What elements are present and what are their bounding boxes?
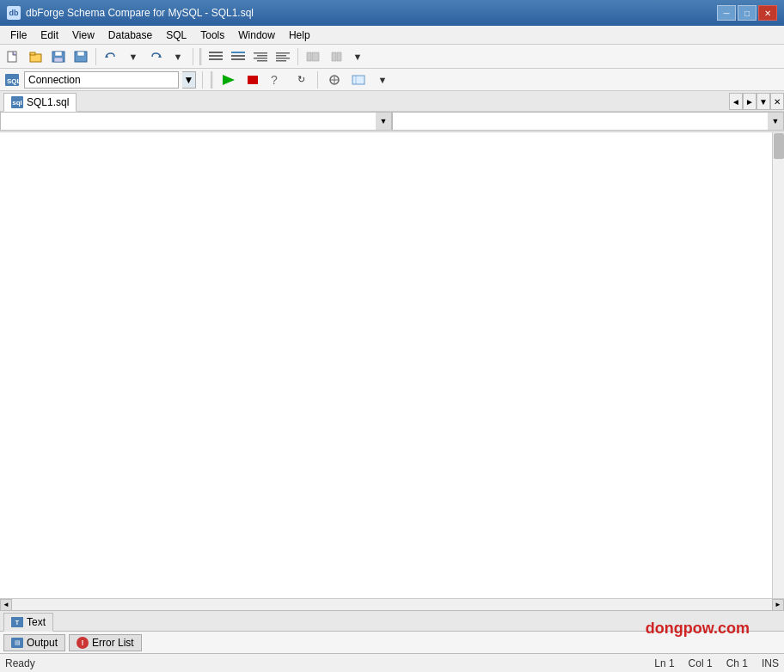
scroll-left-button[interactable]: ◄ (0, 599, 12, 611)
open-button[interactable] (26, 47, 46, 66)
svg-rect-21 (276, 55, 286, 57)
text-tab-icon: T (11, 617, 23, 627)
vertical-scrollbar[interactable] (772, 132, 784, 598)
output-tab[interactable]: ▤ Output (3, 634, 65, 651)
editor-body (0, 132, 784, 598)
svg-rect-31 (248, 76, 258, 84)
sql-icon: sql (11, 96, 23, 108)
left-dropdown-arrow[interactable]: ▼ (376, 113, 391, 130)
output-icon: ▤ (11, 638, 23, 648)
minimize-button[interactable]: ─ (717, 5, 736, 21)
save-dropdown-button[interactable] (48, 47, 69, 66)
redo-button[interactable] (145, 47, 166, 66)
scroll-right-button[interactable]: ► (772, 599, 784, 611)
app-icon: db (7, 6, 21, 20)
toolbar-indent[interactable] (250, 47, 271, 66)
menu-window[interactable]: Window (231, 26, 282, 44)
save-button[interactable] (70, 47, 91, 66)
refresh-button[interactable]: ↻ (291, 70, 311, 89)
menu-help[interactable]: Help (282, 26, 317, 44)
toolbar-outdent[interactable] (273, 47, 293, 66)
window-title: dbForge Schema Compare for MySQL - SQL1.… (26, 7, 254, 19)
status-bar: Ready Ln 1 Col 1 Ch 1 INS (0, 653, 784, 672)
connection-dropdown-arrow[interactable]: ▼ (182, 71, 196, 89)
svg-text:SQL: SQL (7, 77, 20, 85)
redo-dropdown-button[interactable]: ▼ (168, 47, 188, 66)
close-button[interactable]: ✕ (758, 5, 777, 21)
svg-rect-18 (254, 58, 267, 59)
tab-next-button[interactable]: ► (743, 93, 756, 110)
editor-dropdowns: ▼ ▼ (0, 112, 784, 132)
maximize-button[interactable]: □ (738, 5, 756, 21)
svg-rect-2 (30, 52, 35, 55)
right-dropdown-arrow[interactable]: ▼ (768, 113, 783, 130)
toolbar-right-align[interactable] (325, 47, 346, 66)
svg-rect-4 (55, 52, 62, 56)
connection-toolbar: SQL Connection ▼ ? ↻ ▼ (0, 69, 784, 91)
svg-rect-16 (254, 52, 267, 54)
undo-button[interactable] (101, 47, 121, 66)
menu-file[interactable]: File (3, 26, 34, 44)
editor-area (0, 132, 784, 598)
scrollbar-thumb[interactable] (774, 133, 784, 159)
conn-btn1[interactable] (324, 70, 345, 89)
connection-select[interactable]: Connection (24, 71, 179, 89)
tab-bar: sql SQL1.sql ◄ ► ▼ ✕ (0, 91, 784, 112)
output-bar: ▤ Output ! Error List (0, 631, 784, 653)
svg-rect-13 (231, 52, 245, 53)
scroll-track (12, 600, 772, 610)
tab-sql1[interactable]: sql SQL1.sql (3, 93, 77, 112)
char-number: Ch 1 (726, 657, 748, 669)
tab-text[interactable]: T Text (3, 613, 53, 632)
menu-bar: File Edit View Database SQL Tools Window… (0, 26, 784, 45)
error-list-label: Error List (92, 637, 134, 649)
tab-prev-button[interactable]: ◄ (729, 93, 743, 110)
left-dropdown[interactable]: ▼ (0, 112, 392, 131)
title-bar-left: db dbForge Schema Compare for MySQL - SQ… (7, 6, 254, 20)
toolbar-list2[interactable] (228, 47, 248, 66)
svg-text:?: ? (271, 73, 278, 87)
svg-rect-25 (312, 52, 319, 61)
svg-rect-19 (257, 60, 267, 62)
status-text: Ready (5, 657, 35, 669)
toolbar-expand[interactable]: ▼ (347, 47, 368, 66)
text-tab-label: Text (27, 616, 46, 628)
right-dropdown[interactable]: ▼ (392, 112, 784, 131)
svg-rect-36 (352, 76, 364, 84)
tab-list-button[interactable]: ▼ (756, 93, 770, 110)
output-tab-label: Output (27, 637, 58, 649)
svg-rect-24 (307, 52, 311, 61)
connection-sql-icon: SQL (3, 72, 21, 88)
conn-btn2[interactable] (348, 70, 369, 89)
error-list-tab[interactable]: ! Error List (69, 634, 142, 651)
status-right: Ln 1 Col 1 Ch 1 INS (654, 657, 779, 669)
menu-view[interactable]: View (65, 26, 101, 44)
toolbar-list1[interactable] (205, 47, 226, 66)
menu-tools[interactable]: Tools (193, 26, 231, 44)
undo-dropdown-button[interactable]: ▼ (123, 47, 144, 66)
svg-marker-30 (223, 75, 235, 85)
menu-sql[interactable]: SQL (159, 26, 193, 44)
new-button[interactable] (3, 47, 24, 66)
svg-rect-0 (8, 52, 16, 62)
main-toolbar: ▼ ▼ ▼ (0, 45, 784, 69)
menu-database[interactable]: Database (101, 26, 159, 44)
svg-rect-14 (231, 55, 245, 57)
tab-controls: ◄ ► ▼ ✕ (729, 92, 784, 111)
explain-button[interactable]: ? (266, 70, 287, 89)
conn-btn3[interactable]: ▼ (372, 70, 393, 89)
tab-close-button[interactable]: ✕ (770, 93, 784, 110)
svg-rect-5 (54, 58, 63, 62)
tab-label: SQL1.sql (27, 96, 69, 108)
horizontal-scrollbar[interactable]: ◄ ► (0, 598, 784, 610)
svg-rect-23 (276, 60, 286, 62)
toolbar-left-align[interactable] (303, 47, 323, 66)
stop-button[interactable] (242, 70, 263, 89)
connection-value: Connection (28, 74, 81, 86)
sql-editor[interactable] (0, 132, 784, 598)
line-number: Ln 1 (654, 657, 674, 669)
svg-rect-15 (231, 58, 245, 60)
svg-rect-17 (257, 55, 267, 57)
menu-edit[interactable]: Edit (34, 26, 65, 44)
execute-button[interactable] (218, 70, 239, 89)
